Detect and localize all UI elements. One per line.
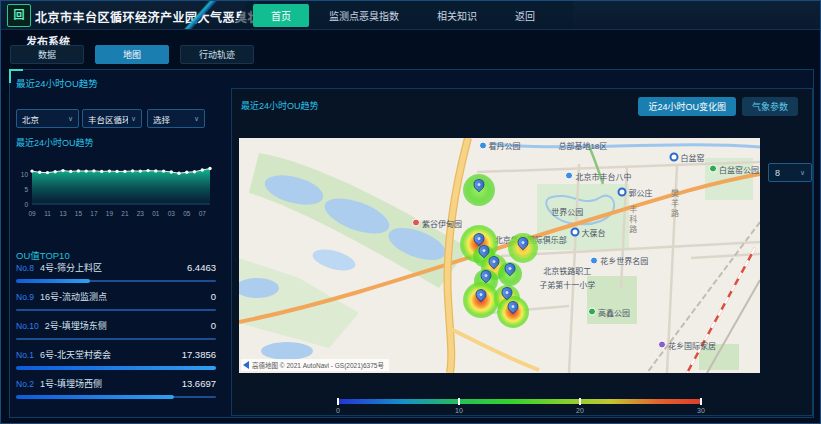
row-bar-fill xyxy=(16,395,174,399)
region-select[interactable]: 北京 ∨ xyxy=(16,109,79,128)
tab-3[interactable]: 行动轨迹 xyxy=(180,45,254,64)
row-bar-track xyxy=(16,396,216,398)
map-label-text: 高鑫公园 xyxy=(598,306,630,317)
map-label: 北京市丰台八中 xyxy=(565,170,631,181)
tab-2[interactable]: 地图 xyxy=(95,45,169,64)
map-label-text: 紫谷伊甸园 xyxy=(422,217,462,228)
legend-tick xyxy=(337,398,339,405)
tab-1[interactable]: 数据 xyxy=(10,45,84,64)
map-pin-icon[interactable] xyxy=(478,245,489,256)
row-bar-fill xyxy=(16,279,90,283)
map-label: 大葆台 xyxy=(571,227,606,238)
svg-text:09: 09 xyxy=(28,210,36,217)
map-label-text: 丰科路 xyxy=(627,205,638,235)
map-pin-icon[interactable] xyxy=(504,263,515,274)
svg-text:15: 15 xyxy=(75,210,83,217)
legend-tick-label: 0 xyxy=(336,407,340,414)
top-header: 回 北京市丰台区循环经济产业园大气恶臭状况实时 首页监测点恶臭指数相关知识返回 xyxy=(1,1,820,30)
panel-title: 最近24小时OU趋势 xyxy=(16,76,98,90)
subway-station-icon xyxy=(670,152,679,161)
main-nav: 首页监测点恶臭指数相关知识返回 xyxy=(233,1,573,29)
row-bar-track xyxy=(16,338,216,340)
poi-icon xyxy=(709,165,717,173)
row-ou-value: 6.4463 xyxy=(187,262,216,273)
svg-text:17: 17 xyxy=(90,210,98,217)
map-pin-icon[interactable] xyxy=(481,270,492,281)
row-site-name: 4号-筛分上料区 xyxy=(40,261,102,274)
row-bar-track xyxy=(16,309,216,311)
site-select[interactable]: 选择 ∨ xyxy=(147,109,205,128)
svg-text:10: 10 xyxy=(21,171,29,178)
map-pin-icon[interactable] xyxy=(473,233,484,244)
map-label: 花乡世界名园 xyxy=(590,255,648,266)
app-window: 回 北京市丰台区循环经济产业园大气恶臭状况实时 首页监测点恶臭指数相关知识返回 … xyxy=(0,0,821,424)
subway-station-icon xyxy=(617,188,626,197)
legend-tick xyxy=(458,398,460,405)
svg-text:07: 07 xyxy=(199,210,207,217)
map-label: 看丹公园 xyxy=(479,140,521,151)
weather-params-button[interactable]: 气象参数 xyxy=(742,97,798,116)
ou-color-legend: 0102030 xyxy=(338,399,701,417)
map-label: 紫谷伊甸园 xyxy=(412,217,462,228)
top10-row: No.16号-北天堂村委会17.3856 xyxy=(16,348,216,377)
legend-tick-label: 20 xyxy=(576,407,584,414)
map-pin-icon[interactable] xyxy=(473,179,484,190)
map-label-text: 花乡世界名园 xyxy=(600,255,648,266)
chevron-down-icon: ∨ xyxy=(131,115,136,123)
legend-tick xyxy=(700,398,702,405)
row-rank: No.8 xyxy=(16,263,34,273)
map-label: 高鑫公园 xyxy=(588,306,630,317)
top10-row: No.21号-填埋场西侧13.6697 xyxy=(16,377,216,406)
map-attribution: 高德地图 © 2021 AutoNavi - GS(2021)6375号 xyxy=(241,359,389,371)
map-pin-icon[interactable] xyxy=(502,287,513,298)
svg-text:01: 01 xyxy=(152,210,160,217)
svg-text:11: 11 xyxy=(44,210,51,217)
map-label-text: 子弟第十一小学 xyxy=(539,278,595,289)
map-label: 世界公园 xyxy=(551,205,583,216)
region-select-value: 北京 xyxy=(22,113,39,125)
map-pin-icon[interactable] xyxy=(476,289,487,300)
nav-item-4[interactable]: 返回 xyxy=(497,4,553,27)
row-ou-value: 0 xyxy=(211,320,216,331)
map-label: 花乡国际家居 xyxy=(658,339,716,350)
map-label: 郭公庄 xyxy=(617,187,652,198)
map-label-text: 郭公庄 xyxy=(628,187,652,198)
row-ou-value: 0 xyxy=(211,291,216,302)
row-rank: No.2 xyxy=(16,379,34,389)
svg-text:0: 0 xyxy=(24,201,28,208)
row-site-name: 16号-流动监测点 xyxy=(40,290,107,303)
top10-title: OU值TOP10 xyxy=(16,248,70,262)
ou-change-chart-button[interactable]: 近24小时OU变化图 xyxy=(638,97,736,116)
svg-text:21: 21 xyxy=(121,210,129,217)
subway-station-icon xyxy=(571,228,580,237)
nav-item-2[interactable]: 监测点恶臭指数 xyxy=(311,4,417,27)
site-select-value: 选择 xyxy=(153,113,170,125)
map-label: 总部基地18区 xyxy=(558,140,607,151)
map-pin-icon[interactable] xyxy=(489,256,500,267)
top10-row: No.84号-筛分上料区6.4463 xyxy=(16,261,216,290)
legend-gradient-bar xyxy=(338,399,701,404)
ou-trend-chart-title: 最近24小时OU趋势 xyxy=(16,136,94,149)
map-label: 北京铁路职工 xyxy=(543,264,591,275)
nav-item-3[interactable]: 相关知识 xyxy=(419,4,495,27)
map-label: 白盆窑公园 xyxy=(709,163,759,174)
row-bar-fill xyxy=(16,366,216,370)
hour-select[interactable]: 8 ∨ xyxy=(768,163,812,182)
nav-item-1[interactable]: 首页 xyxy=(253,4,309,27)
row-rank: No.10 xyxy=(16,321,39,331)
map-label-text: 白盆窑 xyxy=(681,151,705,162)
map-label: 樊羊路 xyxy=(669,189,680,219)
row-ou-value: 17.3856 xyxy=(182,349,216,360)
row-bar-track xyxy=(16,367,216,369)
svg-text:05: 05 xyxy=(183,210,191,217)
park-select-value: 丰台区循环经济产 xyxy=(88,113,128,125)
park-select[interactable]: 丰台区循环经济产 ∨ xyxy=(82,109,142,128)
map-canvas[interactable]: 看丹公园总部基地18区白盆窑白盆窑公园北京市丰台八中郭公庄世界公园紫谷伊甸园大葆… xyxy=(239,138,760,373)
top10-row: No.916号-流动监测点0 xyxy=(16,290,216,319)
poi-icon xyxy=(590,256,598,264)
map-pin-icon[interactable] xyxy=(517,237,528,248)
amap-logo-icon xyxy=(243,361,249,369)
map-pin-icon[interactable] xyxy=(507,301,518,312)
chevron-down-icon: ∨ xyxy=(800,169,805,177)
poi-icon xyxy=(412,219,420,227)
